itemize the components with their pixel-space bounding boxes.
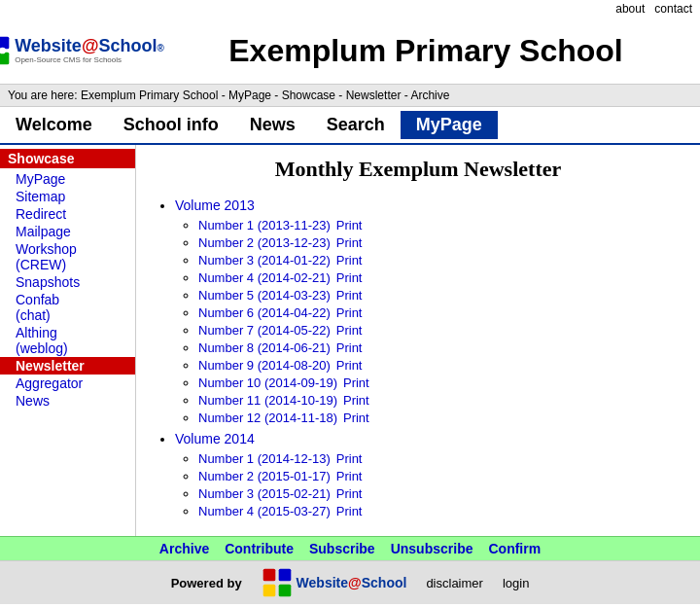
disclaimer-link[interactable]: disclaimer <box>426 576 483 590</box>
sidebar: Showcase MyPage Sitemap Redirect Mailpag… <box>0 145 136 536</box>
subscribe-link[interactable]: Subscribe <box>309 541 375 556</box>
footer: Powered by Website@School disclaimer log… <box>0 560 700 604</box>
print-link[interactable]: Print <box>343 375 369 390</box>
newsletter-link[interactable]: Number 10 (2014-09-19) <box>198 375 337 390</box>
print-link[interactable]: Print <box>336 469 363 483</box>
site-title: Exemplum Primary School <box>159 33 692 69</box>
newsletter-link[interactable]: Number 3 (2014-01-22) <box>198 253 331 268</box>
contact-link[interactable]: contact <box>654 2 692 16</box>
print-link[interactable]: Print <box>336 323 363 338</box>
list-item: Number 1 (2014-12-13) Print <box>198 450 681 466</box>
print-link[interactable]: Print <box>336 451 363 466</box>
sidebar-item-newsletter[interactable]: Newsletter <box>0 357 135 375</box>
footer-logo: Website@School <box>262 567 407 598</box>
sidebar-item-redirect[interactable]: Redirect <box>0 205 135 223</box>
content-area: Monthly Exemplum Newsletter Volume 2013 … <box>136 145 700 536</box>
volume-2013-link[interactable]: Volume 2013 <box>175 197 255 213</box>
print-link[interactable]: Print <box>336 288 363 303</box>
svg-rect-1 <box>0 37 10 50</box>
nav-mypage[interactable]: MyPage <box>401 111 498 139</box>
sidebar-item-confab[interactable]: Confab(chat) <box>0 291 135 324</box>
newsletter-list: Volume 2013 Number 1 (2013-11-23) Print … <box>175 197 681 518</box>
print-link[interactable]: Print <box>336 486 363 501</box>
list-item: Number 6 (2014-04-22) Print <box>198 304 681 320</box>
print-link[interactable]: Print <box>336 358 363 373</box>
sidebar-item-sitemap[interactable]: Sitemap <box>0 188 135 205</box>
sidebar-item-mypage[interactable]: MyPage <box>0 170 135 188</box>
newsletter-link[interactable]: Number 12 (2014-11-18) <box>198 411 337 425</box>
list-item: Number 9 (2014-08-20) Print <box>198 357 681 373</box>
print-link[interactable]: Print <box>336 340 363 355</box>
list-item: Number 4 (2015-03-27) Print <box>198 503 681 518</box>
main-nav: Welcome School info News Search MyPage <box>0 107 700 145</box>
logo-subtitle: Open-Source CMS for Schools <box>15 55 164 64</box>
volume-2014-link[interactable]: Volume 2014 <box>175 431 255 446</box>
sidebar-item-snapshots[interactable]: Snapshots <box>0 273 135 291</box>
newsletter-link[interactable]: Number 1 (2013-11-23) <box>198 218 331 232</box>
print-link[interactable]: Print <box>336 305 363 320</box>
svg-rect-3 <box>0 53 10 65</box>
top-bar: about contact <box>0 0 700 18</box>
contribute-link[interactable]: Contribute <box>225 541 294 556</box>
bottom-bar: Archive Contribute Subscribe Unsubscribe… <box>0 536 700 560</box>
archive-link[interactable]: Archive <box>159 541 209 556</box>
unsubscribe-link[interactable]: Unsubscribe <box>391 541 473 556</box>
newsletter-link[interactable]: Number 2 (2013-12-23) <box>198 235 331 250</box>
newsletter-link[interactable]: Number 7 (2014-05-22) <box>198 323 331 338</box>
newsletter-link[interactable]: Number 5 (2014-03-23) <box>198 288 331 303</box>
list-item: Number 7 (2014-05-22) Print <box>198 322 681 338</box>
list-item: Number 3 (2015-02-21) Print <box>198 485 681 501</box>
list-item: Number 3 (2014-01-22) Print <box>198 252 681 268</box>
svg-rect-11 <box>278 585 291 597</box>
footer-logo-text: Website@School <box>297 575 407 590</box>
volume-2013-items: Number 1 (2013-11-23) Print Number 2 (20… <box>198 217 681 425</box>
sidebar-item-althing[interactable]: Althing(weblog) <box>0 324 135 357</box>
list-item: Number 11 (2014-10-19) Print <box>198 392 681 408</box>
footer-logo-icon <box>262 567 293 598</box>
about-link[interactable]: about <box>615 2 645 16</box>
newsletter-link[interactable]: Number 6 (2014-04-22) <box>198 305 331 320</box>
confirm-link[interactable]: Confirm <box>488 541 541 556</box>
sidebar-item-news[interactable]: News <box>0 392 135 410</box>
volume-2013: Volume 2013 Number 1 (2013-11-23) Print … <box>175 197 681 425</box>
list-item: Number 10 (2014-09-19) Print <box>198 375 681 390</box>
nav-search[interactable]: Search <box>311 111 401 139</box>
newsletter-link[interactable]: Number 4 (2015-03-27) <box>198 504 331 518</box>
nav-news[interactable]: News <box>234 111 311 139</box>
sidebar-section-label: Showcase <box>0 149 135 168</box>
breadcrumb: You are here: Exemplum Primary School - … <box>0 85 700 107</box>
newsletter-link[interactable]: Number 1 (2014-12-13) <box>198 451 331 466</box>
sidebar-item-workshop[interactable]: Workshop(CREW) <box>0 240 135 273</box>
list-item: Number 4 (2014-02-21) Print <box>198 269 681 285</box>
page-title: Monthly Exemplum Newsletter <box>156 157 681 182</box>
logo-area[interactable]: Website@School® Open-Source CMS for Scho… <box>4 21 140 80</box>
list-item: Number 5 (2014-03-23) Print <box>198 287 681 303</box>
powered-by-text: Powered by <box>171 576 242 590</box>
print-link[interactable]: Print <box>343 411 369 425</box>
list-item: Number 1 (2013-11-23) Print <box>198 217 681 232</box>
svg-rect-8 <box>262 569 275 582</box>
newsletter-link[interactable]: Number 4 (2014-02-21) <box>198 270 331 285</box>
volume-2014: Volume 2014 Number 1 (2014-12-13) Print … <box>175 431 681 518</box>
svg-rect-10 <box>262 585 275 597</box>
nav-welcome[interactable]: Welcome <box>0 111 108 139</box>
newsletter-link[interactable]: Number 3 (2015-02-21) <box>198 486 331 501</box>
newsletter-link[interactable]: Number 8 (2014-06-21) <box>198 340 331 355</box>
print-link[interactable]: Print <box>336 253 363 268</box>
print-link[interactable]: Print <box>343 393 369 408</box>
logo-text: Website@School® Open-Source CMS for Scho… <box>15 37 164 65</box>
newsletter-link[interactable]: Number 2 (2015-01-17) <box>198 469 331 483</box>
print-link[interactable]: Print <box>336 270 363 285</box>
print-link[interactable]: Print <box>336 235 363 250</box>
print-link[interactable]: Print <box>336 504 363 518</box>
newsletter-link[interactable]: Number 11 (2014-10-19) <box>198 393 337 408</box>
sidebar-item-mailpage[interactable]: Mailpage <box>0 223 135 240</box>
list-item: Number 2 (2015-01-17) Print <box>198 468 681 483</box>
login-link[interactable]: login <box>503 576 529 590</box>
print-link[interactable]: Print <box>336 218 363 232</box>
header: Website@School® Open-Source CMS for Scho… <box>0 18 700 85</box>
list-item: Number 8 (2014-06-21) Print <box>198 339 681 355</box>
sidebar-item-aggregator[interactable]: Aggregator <box>0 375 135 392</box>
newsletter-link[interactable]: Number 9 (2014-08-20) <box>198 358 331 373</box>
nav-school-info[interactable]: School info <box>108 111 234 139</box>
